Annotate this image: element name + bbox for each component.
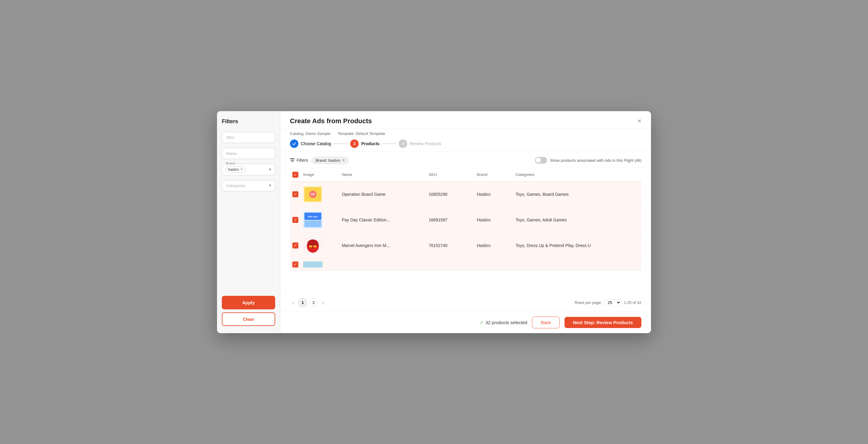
pagination-bar: ‹ 1 2 › Rows per page: 25 50 100 1-25 of…: [280, 294, 651, 312]
prev-page-button[interactable]: ‹: [290, 299, 296, 307]
filter-bar: Filters Brand: hasbro ✕ Show products as…: [280, 152, 651, 168]
step-line-2: [382, 144, 396, 144]
name-input[interactable]: [222, 148, 275, 159]
product-brand-cell: Hasbro: [475, 181, 513, 207]
selected-count: ✓ 32 products selected: [480, 320, 527, 325]
row-checkbox[interactable]: ✓: [292, 191, 299, 197]
step-3-label: Review Products: [410, 141, 441, 146]
rows-per-page-select[interactable]: 25 50 100: [604, 299, 621, 306]
svg-text:PAY DAY: PAY DAY: [308, 215, 318, 218]
toggle-label: Show products associated with Ads in thi…: [550, 158, 641, 163]
next-step-button[interactable]: Next Step: Review Products: [564, 317, 641, 328]
select-all-checkbox[interactable]: ✓: [292, 172, 299, 178]
flight-ads-toggle[interactable]: [535, 157, 547, 164]
partial-content-cell: [339, 258, 641, 271]
page-2-button[interactable]: 2: [309, 298, 318, 307]
modal-overlay: Filters Brand hasbro ✕ ▼ Categories ▼ Ap…: [0, 0, 868, 444]
brand-field[interactable]: Brand hasbro ✕ ▼: [222, 164, 275, 175]
image-col-header: Image: [301, 168, 339, 182]
step-3: 3 Review Products: [399, 139, 441, 148]
rows-per-page-label: Rows per page:: [575, 300, 602, 305]
template-label: Template: Default Template: [338, 131, 385, 136]
clear-button[interactable]: Clear: [222, 312, 275, 326]
row-check-icon: ✓: [294, 218, 297, 222]
table-row: ✓ PAY DAY Pay Day Classic Edition... 166…: [290, 207, 641, 232]
catalog-info: Catalog: Demo Sample Template: Default T…: [290, 131, 641, 136]
toggle-section: Show products associated with Ads in thi…: [535, 157, 641, 164]
step-2-circle: 2: [350, 139, 359, 148]
sku-col-header: SKU: [426, 168, 474, 182]
step-1-label: Choose Catalog: [301, 141, 331, 146]
categories-arrow-icon: ▼: [268, 184, 272, 188]
categories-col-header: Categories: [513, 168, 641, 182]
product-image: PAY DAY: [303, 210, 322, 229]
row-checkbox-cell[interactable]: ✓: [290, 181, 301, 207]
svg-rect-11: [309, 246, 312, 247]
table-row-partial: ✓: [290, 258, 641, 271]
product-sku-cell: 10855290: [426, 181, 474, 207]
active-filter-text: Brand: hasbro: [315, 158, 340, 163]
product-image-cell: OP: [301, 181, 339, 207]
filters-button[interactable]: Filters: [290, 158, 308, 163]
svg-rect-6: [304, 221, 321, 227]
select-all-check: ✓: [294, 172, 297, 177]
row-checkbox[interactable]: ✓: [292, 243, 299, 249]
step-2-label: Products: [361, 141, 379, 146]
brand-label: Brand: [225, 161, 236, 165]
back-button[interactable]: Back: [532, 317, 559, 328]
product-categories-cell: Toys, Games, Adult Games: [513, 207, 641, 232]
step-3-number: 3: [402, 141, 404, 146]
page-1-button[interactable]: 1: [298, 298, 307, 307]
partial-image: [303, 261, 322, 267]
product-brand-cell: Hasbro: [475, 232, 513, 258]
table-header-row: ✓ Image Name SKU Brand Categories: [290, 168, 641, 182]
product-sku-cell: 16691587: [426, 207, 474, 232]
pagination-range: 1-25 of 32: [624, 300, 641, 305]
step-1-circle: [290, 139, 299, 148]
step-3-circle: 3: [399, 139, 407, 148]
step-2: 2 Products: [350, 139, 379, 148]
svg-text:OP: OP: [311, 193, 315, 196]
brand-col-header: Brand: [475, 168, 513, 182]
modal: Filters Brand hasbro ✕ ▼ Categories ▼ Ap…: [217, 111, 651, 333]
sku-input[interactable]: [222, 132, 275, 143]
product-sku-cell: 76152740: [426, 232, 474, 258]
sidebar-title: Filters: [222, 118, 275, 125]
partial-checkbox-cell[interactable]: ✓: [290, 258, 301, 271]
pagination-right: Rows per page: 25 50 100 1-25 of 32: [575, 299, 641, 306]
modal-title: Create Ads from Products: [290, 117, 372, 125]
row-check-icon: ✓: [294, 192, 297, 196]
table-row: ✓ OP Operation Board Game 10855290 Hasbr…: [290, 181, 641, 207]
select-all-header[interactable]: ✓: [290, 168, 301, 182]
categories-field[interactable]: Categories ▼: [222, 180, 275, 191]
toggle-knob: [535, 158, 541, 163]
filter-icon: [290, 158, 295, 163]
row-checkbox-cell[interactable]: ✓: [290, 232, 301, 258]
product-image-cell: PAY DAY: [301, 207, 339, 232]
filters-sidebar: Filters Brand hasbro ✕ ▼ Categories ▼ Ap…: [217, 111, 280, 333]
row-check-icon: ✓: [294, 243, 297, 248]
product-brand-cell: Hasbro: [475, 207, 513, 232]
pagination-left: ‹ 1 2 ›: [290, 298, 327, 307]
table-row: ✓ Marvel Avengers Iron M... 76152740 Has…: [290, 232, 641, 258]
sidebar-footer: Apply Clear: [222, 296, 275, 326]
brand-tag-remove[interactable]: ✕: [240, 167, 243, 171]
apply-button[interactable]: Apply: [222, 296, 275, 309]
row-checkbox[interactable]: ✓: [292, 217, 299, 223]
close-button[interactable]: ×: [638, 118, 641, 124]
main-content: Create Ads from Products × Catalog: Demo…: [280, 111, 651, 333]
partial-checkbox[interactable]: ✓: [292, 261, 299, 267]
brand-tag-text: hasbro: [228, 167, 239, 172]
stepper: Choose Catalog 2 Products 3: [290, 139, 641, 148]
product-name-cell: Marvel Avengers Iron M...: [339, 232, 426, 258]
product-categories-cell: Toys, Games, Board Games: [513, 181, 641, 207]
selected-check-icon: ✓: [480, 320, 484, 325]
filters-label: Filters: [297, 158, 308, 163]
filter-tag-remove[interactable]: ✕: [342, 158, 345, 162]
product-image: OP: [303, 185, 322, 204]
catalog-label: Catalog: Demo Sample: [290, 131, 330, 136]
product-name-cell: Pay Day Classic Edition...: [339, 207, 426, 232]
categories-placeholder: Categories: [226, 184, 245, 188]
next-page-button[interactable]: ›: [320, 299, 326, 307]
row-checkbox-cell[interactable]: ✓: [290, 207, 301, 232]
